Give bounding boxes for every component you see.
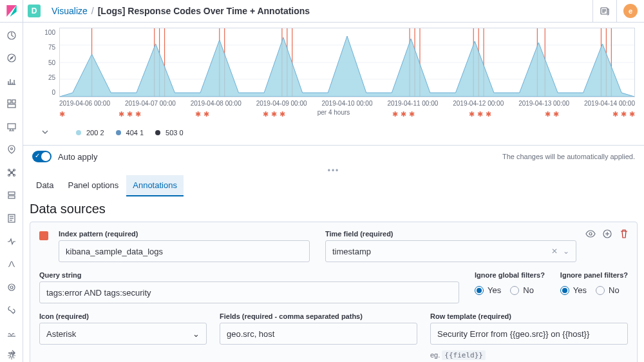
nav-visualize-icon[interactable] — [5, 75, 18, 88]
asterisk-icon: ✱ — [469, 110, 475, 118]
query-input[interactable]: tags:error AND tags:security — [39, 281, 459, 303]
visibility-icon[interactable] — [585, 229, 596, 241]
svg-point-48 — [589, 233, 592, 235]
svg-rect-16 — [8, 192, 15, 195]
svg-rect-9 — [8, 124, 15, 129]
asterisk-icon: ✱ — [486, 110, 491, 118]
svg-rect-17 — [8, 196, 15, 198]
svg-rect-8 — [8, 104, 15, 108]
section-title: Data sources — [30, 202, 638, 216]
asterisk-icon: ✱ — [629, 110, 635, 118]
ignore-global-yes[interactable]: Yes — [475, 285, 501, 295]
nav-devtools-icon[interactable] — [5, 303, 18, 316]
annotation-marker-group: ✱✱✱ — [469, 110, 491, 118]
nav-monitoring-icon[interactable] — [5, 327, 18, 339]
news-icon[interactable] — [592, 0, 616, 22]
asterisk-icon: ✱ — [204, 110, 209, 118]
nav-uptime-icon[interactable] — [5, 258, 18, 271]
index-pattern-input[interactable]: kibana_sample_data_logs — [59, 240, 310, 262]
annotation-marker-group: ✱✱ — [545, 110, 559, 118]
nav-infra-icon[interactable] — [5, 189, 18, 202]
auto-apply-bar: ✓ Auto apply The changes will be automat… — [23, 145, 644, 167]
chevron-down-icon[interactable] — [40, 127, 55, 138]
legend-label: 404 1 — [126, 129, 144, 137]
index-pattern-label: Index pattern (required) — [59, 230, 310, 238]
fields-input[interactable]: geo.src, host — [220, 323, 417, 345]
series-color-swatch[interactable] — [39, 231, 48, 240]
nav-siem-icon[interactable] — [5, 281, 18, 294]
legend-item[interactable]: 200 2 — [76, 129, 104, 137]
nav-compass-icon[interactable] — [5, 52, 18, 65]
breadcrumb-current: [Logs] Response Codes Over Time + Annota… — [98, 6, 310, 16]
asterisk-icon: ✱ — [263, 110, 269, 118]
delete-icon[interactable] — [619, 229, 629, 241]
annotation-marker-group: ✱ — [59, 110, 65, 118]
nav-maps-icon[interactable] — [5, 144, 18, 157]
ignore-global-no[interactable]: No — [510, 285, 534, 295]
asterisk-icon: ✱ — [409, 110, 415, 118]
annotation-marker-group: ✱✱ — [195, 110, 209, 118]
kibana-logo[interactable] — [0, 0, 23, 23]
annotation-marker-group: ✱✱✱ — [392, 110, 415, 118]
breadcrumb-root[interactable]: Visualize — [52, 6, 88, 16]
top-header: D Visualize / [Logs] Response Codes Over… — [0, 0, 644, 23]
auto-apply-toggle[interactable]: ✓ — [32, 151, 52, 162]
chart-panel: 100 75 50 25 0 — [23, 23, 644, 142]
user-avatar[interactable]: e — [616, 0, 644, 22]
tab-data[interactable]: Data — [30, 175, 60, 196]
row-template-hint: eg. {{field}} — [430, 351, 628, 359]
icon-select[interactable]: Asterisk ⌄ — [39, 323, 207, 345]
nav-ml-icon[interactable] — [5, 166, 18, 179]
nav-dashboard-icon[interactable] — [5, 98, 18, 111]
nav-expand-icon[interactable] — [0, 348, 23, 358]
y-axis-ticks: 100 75 50 25 0 — [31, 28, 55, 97]
chart-plot[interactable] — [59, 28, 635, 97]
row-template-input[interactable]: Security Error from {{geo.src}} on {{hos… — [430, 323, 628, 345]
chevron-down-icon[interactable]: ⌄ — [193, 329, 200, 339]
auto-apply-info: The changes will be automatically applie… — [502, 153, 635, 160]
ignore-global-label: Ignore global filters? — [475, 271, 545, 279]
annotation-marker-group: ✱✱✱ — [118, 110, 141, 118]
time-field-select[interactable]: timestamp ✕ ⌄ — [325, 240, 576, 262]
space-selector[interactable]: D — [23, 5, 45, 17]
datasource-panel: Index pattern (required) kibana_sample_d… — [30, 222, 638, 362]
x-axis-ticks: 2019-04-06 00:00 2019-04-07 00:00 2019-0… — [59, 100, 635, 107]
drag-handle-icon[interactable]: ••• — [23, 166, 644, 175]
asterisk-icon: ✱ — [545, 110, 551, 118]
asterisk-icon: ✱ — [401, 110, 406, 118]
ignore-panel-yes[interactable]: Yes — [560, 285, 587, 295]
tab-annotations[interactable]: Annotations — [126, 175, 184, 196]
legend-label: 200 2 — [86, 129, 104, 137]
asterisk-icon: ✱ — [271, 110, 277, 118]
annotation-marker-group: ✱✱✱ — [263, 110, 285, 118]
breadcrumb: Visualize / [Logs] Response Codes Over T… — [45, 6, 592, 16]
svg-point-10 — [10, 148, 12, 150]
legend-dot-icon — [155, 130, 160, 135]
asterisk-icon: ✱ — [59, 110, 65, 118]
asterisk-icon: ✱ — [135, 110, 141, 118]
query-label: Query string — [39, 271, 459, 279]
legend-item[interactable]: 404 1 — [116, 129, 144, 137]
chart-legend: 200 2404 1503 0 — [68, 129, 184, 137]
main-content: 100 75 50 25 0 — [23, 23, 644, 362]
fields-label: Fields (required - comma separated paths… — [220, 312, 417, 320]
add-icon[interactable] — [602, 229, 612, 241]
asterisk-icon: ✱ — [279, 110, 285, 118]
asterisk-icon: ✱ — [127, 110, 133, 118]
tab-panel-options[interactable]: Panel options — [61, 175, 125, 196]
asterisk-icon: ✱ — [621, 110, 627, 118]
legend-item[interactable]: 503 0 — [155, 129, 184, 137]
chevron-down-icon[interactable]: ⌄ — [563, 247, 569, 256]
asterisk-icon: ✱ — [612, 110, 618, 118]
nav-logs-icon[interactable] — [5, 212, 18, 225]
clear-icon[interactable]: ✕ — [551, 247, 558, 256]
svg-rect-7 — [12, 100, 15, 103]
asterisk-icon: ✱ — [553, 110, 559, 118]
nav-canvas-icon[interactable] — [5, 120, 18, 133]
legend-dot-icon — [116, 130, 121, 135]
editor-tabs: DataPanel optionsAnnotations — [23, 175, 644, 196]
svg-rect-6 — [8, 100, 11, 103]
nav-discover-icon[interactable] — [5, 29, 18, 42]
nav-apm-icon[interactable] — [5, 235, 18, 248]
ignore-panel-no[interactable]: No — [596, 285, 620, 295]
